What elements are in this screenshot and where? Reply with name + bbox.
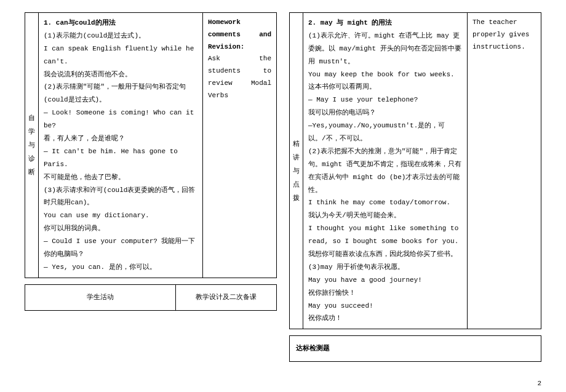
left-vertical-label: 自 学 与 诊 断 — [25, 13, 39, 278]
left-heading: 1. can与could的用法 — [44, 17, 197, 30]
right-main-table: 精 讲 与 点 拨 2. may 与 might 的用法 (1)表示允许、许可。… — [289, 12, 541, 329]
content-line: I think he may come today/tomorrow. — [308, 196, 462, 209]
notes-line: The teacher — [472, 17, 536, 29]
content-line: —Yes,youmay./No,youmustn't.是的，可以。/不，不可以。 — [308, 119, 462, 145]
vlabel-char: 讲 — [291, 151, 301, 164]
page-number: 2 — [537, 380, 541, 387]
vlabel-char: 自 — [26, 111, 37, 125]
content-line: You may keep the book for two weeks. — [308, 68, 462, 81]
content-line: 我认为今天/明天他可能会来。 — [308, 209, 462, 222]
content-line: (3)may 用于祈使句表示祝愿。 — [308, 261, 462, 274]
content-line: — It can't be him. He has gone to Paris. — [44, 145, 197, 171]
content-line: 我可以用你的电话吗？ — [308, 106, 462, 119]
content-line: May you succeed! — [308, 300, 462, 313]
student-activity-header: 学生活动 — [25, 284, 176, 310]
content-line: (1)表示能力(could是过去式)。 — [44, 30, 197, 42]
vlabel-char: 精 — [291, 137, 301, 151]
content-line: 我会说流利的英语而他不会。 — [44, 68, 197, 81]
notes-heading: Homework comments and Revision: — [208, 17, 271, 53]
content-line: 这本书你可以看两周。 — [308, 81, 462, 94]
content-line: May you have a good journey! — [308, 274, 462, 287]
vlabel-char: 与 — [291, 164, 301, 178]
content-line: 你可以用我的词典。 — [44, 222, 197, 235]
content-line: (3)表示请求和许可(could表更委婉的语气，回答时只能用can)。 — [44, 184, 197, 210]
content-line: — Yes, you can. 是的，你可以。 — [44, 261, 197, 274]
vlabel-char: 学 — [26, 125, 37, 138]
teaching-design-header: 教学设计及二次备课 — [176, 284, 277, 310]
content-line: I can speak English fluently while he ca… — [44, 42, 197, 68]
content-line: 祝你旅行愉快！ — [308, 287, 462, 300]
left-content-cell: 1. can与could的用法 (1)表示能力(could是过去式)。 I ca… — [39, 13, 203, 278]
left-notes-cell: Homework comments and Revision: Ask the … — [203, 13, 277, 278]
left-main-table: 自 学 与 诊 断 1. can与could的用法 (1)表示能力(could是… — [25, 12, 277, 278]
content-line: You can use my dictionary. — [44, 209, 197, 222]
right-content-cell: 2. may 与 might 的用法 (1)表示允许、许可。might 在语气上… — [303, 13, 468, 329]
vlabel-char: 点 — [291, 178, 301, 191]
content-line: I thought you might like something to re… — [308, 222, 462, 248]
vlabel-char: 断 — [26, 166, 37, 179]
content-line: — Look! Someone is coming! Who can it be… — [44, 106, 197, 132]
content-line: (2)表示把握不大的推测，意为"可能"，用于肯定句。might 语气更加不肯定，… — [308, 145, 462, 197]
right-heading: 2. may 与 might 的用法 — [308, 17, 462, 30]
notes-line: instructions. — [472, 41, 536, 54]
content-line: — May I use your telephone? — [308, 94, 462, 106]
left-bottom-table: 学生活动 教学设计及二次备课 — [25, 284, 277, 311]
content-line: (2)表示猜测"可能"，一般用于疑问句和否定句(could是过去式)。 — [44, 81, 197, 106]
right-vertical-label: 精 讲 与 点 拨 — [290, 13, 303, 329]
content-line: (1)表示允许、许可。might 在语气上比 may 更委婉。以 may/mig… — [308, 30, 462, 68]
content-line: 不可能是他，他去了巴黎。 — [44, 171, 197, 184]
quiz-title: 达标检测题 — [290, 336, 541, 362]
right-bottom-table: 达标检测题 — [289, 335, 541, 362]
vlabel-char: 与 — [26, 138, 37, 152]
content-line: 祝你成功！ — [308, 312, 462, 325]
content-line: — Could I use your computer? 我能用一下你的电脑吗？ — [44, 235, 197, 261]
notes-body: Ask the students to review Modal Verbs — [208, 53, 271, 102]
right-notes-cell: The teacher properly gives instructions. — [468, 13, 541, 329]
content-line: 看，有人来了，会是谁呢？ — [44, 132, 197, 145]
content-line: 我想你可能喜欢读点东西，因此我给你买了些书。 — [308, 248, 462, 261]
vlabel-char: 拨 — [291, 191, 301, 205]
notes-line: properly gives — [472, 29, 536, 41]
vlabel-char: 诊 — [26, 152, 37, 166]
